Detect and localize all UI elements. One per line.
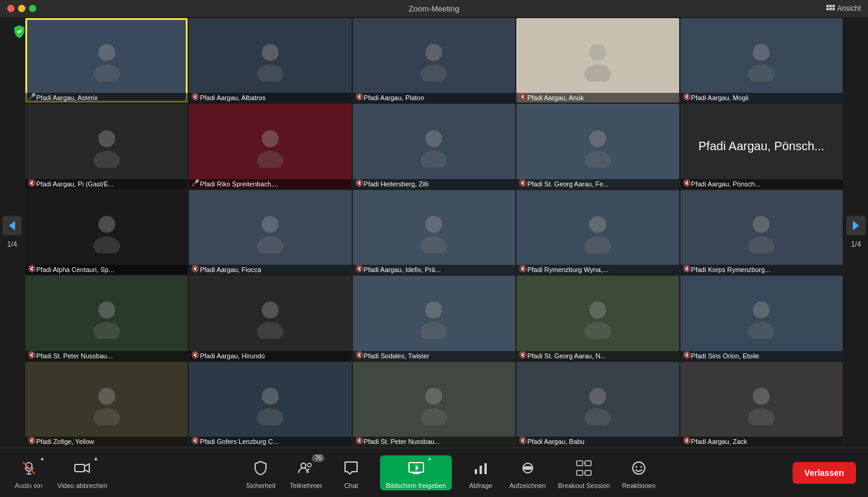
svg-point-21	[425, 130, 442, 147]
video-tile-16[interactable]: 🔇 Pfadi St. Peter Nussbau...	[25, 276, 188, 360]
svg-rect-0	[826, 5, 829, 7]
video-tile-9[interactable]: 🔇 Pfadi St. Georg Aarau, Fe...	[516, 104, 679, 188]
toolbar-left: ▲ Audio ein ▲ Video abbrechen	[12, 457, 107, 489]
video-tile-3[interactable]: 🔇 Pfadi Aargau, Platon	[353, 18, 515, 103]
svg-point-16	[748, 65, 775, 81]
poll-label: Abfrage	[469, 482, 493, 489]
toolbar-right: Verlassen	[793, 462, 856, 484]
svg-point-43	[753, 302, 770, 318]
right-arrow-button[interactable]	[846, 216, 866, 235]
svg-point-23	[589, 130, 606, 147]
record-icon	[519, 460, 536, 476]
breakout-button[interactable]: Breakout Session	[558, 457, 610, 489]
screenshare-button[interactable]: ▲ Bildschirm freigeben	[380, 455, 452, 490]
video-tile-20[interactable]: 🔇 Pfadi Sins Orion, Etoile	[680, 276, 843, 360]
video-tile-21[interactable]: 🔇 Pfadi Zofige, Yellow	[25, 362, 188, 446]
video-tile-23[interactable]: 🔇 Pfadi St. Peter Nussbau...	[353, 362, 515, 446]
video-tile-14[interactable]: 🔇 Pfadi Rymenzburg Wyna,...	[516, 190, 679, 274]
svg-rect-2	[832, 5, 835, 7]
breakout-label: Breakout Session	[558, 482, 610, 489]
close-button[interactable]	[7, 5, 14, 12]
svg-point-84	[636, 466, 638, 467]
svg-point-33	[753, 216, 770, 233]
svg-point-10	[257, 65, 284, 81]
svg-point-20	[257, 151, 284, 168]
svg-point-25	[98, 216, 115, 233]
svg-rect-76	[525, 466, 530, 470]
svg-point-52	[584, 408, 611, 425]
record-label: Aufzeichnen	[509, 482, 546, 489]
svg-point-41	[589, 302, 606, 318]
video-tile-10[interactable]: Pfadi Aargau, Pönsch... 🔇 Pfadi Aargau, …	[680, 104, 843, 188]
video-tile-5[interactable]: 🔇 Pfadi Aargau, Mogli	[680, 18, 843, 103]
video-tile-13[interactable]: 🔇 Pfadi Aargau, Idefix, Prä...	[353, 190, 515, 274]
video-tile-8[interactable]: 🔇 Pfadi Heitersberg, Zilli	[353, 104, 515, 188]
chat-label: Chat	[344, 482, 358, 489]
svg-point-13	[589, 44, 606, 61]
video-tile-17[interactable]: 🔇 Pfadi Aargau, Hirundo	[189, 276, 351, 360]
svg-point-28	[257, 236, 284, 253]
svg-point-14	[584, 65, 611, 81]
video-tile-19[interactable]: 🔇 Pfadi St. Georg Aarau, N...	[516, 276, 679, 360]
svg-point-63	[308, 463, 311, 467]
participants-button[interactable]: ▲ 76 Teilnehmer	[290, 457, 323, 489]
svg-point-12	[420, 65, 447, 81]
svg-rect-1	[829, 5, 832, 7]
video-tile-24[interactable]: 🔇 Pfadi Aargau, Babu	[516, 362, 679, 446]
previous-page-nav[interactable]: 1/4	[0, 17, 24, 448]
svg-marker-69	[414, 463, 419, 466]
security-label: Sicherheit	[246, 482, 276, 489]
toolbar: ▲ Audio ein ▲ Video abbrechen Si	[0, 448, 868, 497]
svg-marker-61	[84, 464, 89, 472]
shield-icon	[12, 24, 27, 42]
poll-button[interactable]: Abfrage	[464, 457, 497, 489]
record-button[interactable]: Aufzeichnen	[509, 457, 546, 489]
security-button[interactable]: Sicherheit	[244, 457, 277, 489]
svg-rect-79	[577, 470, 583, 475]
participants-icon	[297, 460, 314, 476]
video-tile-18[interactable]: 🔇 Pfadi Sodales, Twister	[353, 276, 515, 360]
svg-point-45	[98, 388, 115, 405]
ansicht-button[interactable]: Ansicht	[826, 4, 861, 13]
window-title: Zoom-Meeting	[409, 4, 460, 13]
svg-point-40	[420, 322, 447, 339]
fullscreen-button[interactable]	[29, 5, 36, 12]
leave-button[interactable]: Verlassen	[793, 462, 856, 484]
svg-point-85	[641, 466, 642, 467]
audio-button[interactable]: ▲ Audio ein	[12, 457, 45, 489]
svg-rect-60	[75, 464, 84, 472]
screenshare-label: Bildschirm freigeben	[386, 482, 446, 489]
next-page-nav[interactable]: 1/4	[844, 17, 868, 448]
screenshare-icon	[408, 460, 425, 476]
video-caret: ▲	[93, 455, 99, 461]
video-tile-4[interactable]: 🔇 Pfadi Aargau, Anuk	[516, 18, 679, 103]
svg-point-27	[262, 216, 279, 233]
video-tile-7[interactable]: 🎤 Pfadi Riko Spreitenbach,...	[189, 104, 351, 188]
video-tile-1[interactable]: 🎤 Pfadi Aargau, Asterix	[25, 18, 188, 103]
left-arrow-button[interactable]	[2, 216, 22, 235]
breakout-icon	[575, 460, 592, 476]
video-tile-11[interactable]: 🔇 Pfadi Alpha Centauri, Sp...	[25, 190, 188, 274]
video-tile-2[interactable]: 🔇 Pfadi Aargau, Albatros	[189, 18, 351, 103]
reactions-label: Reaktionen	[622, 482, 656, 489]
video-button[interactable]: ▲ Video abbrechen	[57, 457, 107, 489]
participants-label: Teilnehmer	[290, 482, 322, 489]
svg-point-44	[748, 322, 775, 339]
video-tile-15[interactable]: 🔇 Pfadi Korps Rymenzburg...	[680, 190, 843, 274]
chat-button[interactable]: Chat	[335, 457, 368, 489]
svg-point-31	[589, 216, 606, 233]
minimize-button[interactable]	[18, 5, 25, 12]
ansicht-label: Ansicht	[837, 4, 861, 13]
video-tile-12[interactable]: 🔇 Pfadi Aargau, Fiocca	[189, 190, 351, 274]
video-tile-25[interactable]: 🔇 Pfadi Aargau, Zack	[680, 362, 843, 446]
svg-point-32	[584, 236, 611, 253]
video-tile-22[interactable]: 🔇 Pfadi Gofers Lenzburg C...	[189, 362, 351, 446]
svg-point-51	[589, 388, 606, 405]
video-tile-6[interactable]: 🔇 Pfadi Aargau, Pi (Gast/E...	[25, 104, 188, 188]
traffic-lights	[7, 5, 36, 12]
svg-point-9	[262, 44, 279, 61]
reactions-button[interactable]: Reaktionen	[622, 457, 656, 489]
svg-point-18	[93, 151, 120, 168]
svg-point-49	[425, 388, 442, 405]
chat-icon	[343, 460, 360, 476]
